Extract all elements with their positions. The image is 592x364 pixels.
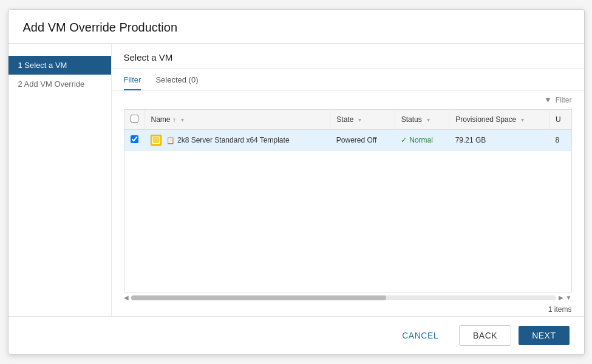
col-provisioned-space-chevron: ▾ <box>521 116 524 123</box>
tab-filter[interactable]: Filter <box>124 69 141 90</box>
back-button[interactable]: BACK <box>459 325 511 346</box>
dialog-title: Add VM Override Production <box>9 10 584 44</box>
col-u-label: U <box>556 115 561 124</box>
row-state-cell: Powered Off <box>330 130 395 151</box>
tabs-bar: Filter Selected (0) <box>112 69 584 90</box>
row-u: 8 <box>556 136 560 144</box>
row-u-cell: 8 <box>549 130 571 151</box>
filter-funnel-icon: ▼ <box>544 95 552 104</box>
horizontal-scrollbar[interactable]: ◀ ▶ ▼ <box>112 292 584 303</box>
col-u: U <box>549 110 571 130</box>
scrollbar-thumb[interactable] <box>131 295 386 300</box>
table-container[interactable]: Name ↑ ▾ State ▾ <box>124 109 572 292</box>
section-header: Select a VM <box>112 44 584 69</box>
col-provisioned-space[interactable]: Provisioned Space ▾ <box>449 110 549 130</box>
vm-table: Name ↑ ▾ State ▾ <box>124 110 571 151</box>
col-name[interactable]: Name ↑ ▾ <box>145 110 330 130</box>
col-status[interactable]: Status ▾ <box>395 110 449 130</box>
row-name: 2k8 Server Standard x64 Template <box>177 136 290 144</box>
row-name-cell: 📋 2k8 Server Standard x64 Template <box>145 130 330 151</box>
main-content: Select a VM Filter Selected (0) ▼ Filter <box>112 44 584 316</box>
status-check-icon: ✓ <box>401 136 407 144</box>
step-1[interactable]: 1 Select a VM <box>9 56 111 75</box>
dialog-footer: CANCEL BACK NEXT <box>9 316 584 354</box>
scrollbar-track[interactable] <box>131 295 556 300</box>
scroll-left-icon[interactable]: ◀ <box>124 294 129 301</box>
col-status-label: Status <box>401 115 422 124</box>
row-provisioned-space: 79.21 GB <box>455 136 486 144</box>
col-name-label: Name <box>151 115 171 124</box>
row-checkbox[interactable] <box>131 135 138 143</box>
vm-template-icon: 📋 <box>166 136 175 144</box>
tab-selected[interactable]: Selected (0) <box>155 69 198 90</box>
col-provisioned-space-label: Provisioned Space <box>455 115 516 124</box>
row-status: ✓ Normal <box>401 136 443 144</box>
step-2: 2 Add VM Override <box>9 75 111 93</box>
scroll-down-icon[interactable]: ▼ <box>566 294 572 301</box>
add-vm-override-dialog: Add VM Override Production 1 Select a VM… <box>8 9 585 355</box>
vm-yellow-icon <box>151 135 162 146</box>
dialog-body: 1 Select a VM 2 Add VM Override Select a… <box>9 44 584 316</box>
row-status-text: Normal <box>409 136 433 144</box>
table-header-row: Name ↑ ▾ State ▾ <box>124 110 571 130</box>
row-checkbox-cell[interactable] <box>124 130 145 151</box>
col-state-chevron: ▾ <box>358 116 361 123</box>
table-row[interactable]: 📋 2k8 Server Standard x64 Template Power… <box>124 130 571 151</box>
row-status-cell: ✓ Normal <box>395 130 449 151</box>
filter-bar: ▼ Filter <box>112 90 584 109</box>
row-state: Powered Off <box>336 136 376 144</box>
table-body: 📋 2k8 Server Standard x64 Template Power… <box>124 130 571 151</box>
cancel-button[interactable]: CANCEL <box>389 326 452 345</box>
select-all-checkbox[interactable] <box>131 115 138 123</box>
sort-asc-icon: ↑ <box>173 116 176 123</box>
items-count: 1 items <box>112 303 584 316</box>
col-state-label: State <box>336 115 353 124</box>
row-provisioned-space-cell: 79.21 GB <box>449 130 549 151</box>
steps-sidebar: 1 Select a VM 2 Add VM Override <box>9 44 112 316</box>
filter-label[interactable]: Filter <box>556 96 572 104</box>
scroll-right-icon[interactable]: ▶ <box>559 294 563 301</box>
col-status-chevron: ▾ <box>427 116 430 123</box>
next-button[interactable]: NEXT <box>519 326 569 345</box>
col-name-chevron: ▾ <box>181 116 184 123</box>
col-state[interactable]: State ▾ <box>330 110 395 130</box>
select-all-header[interactable] <box>124 110 145 130</box>
